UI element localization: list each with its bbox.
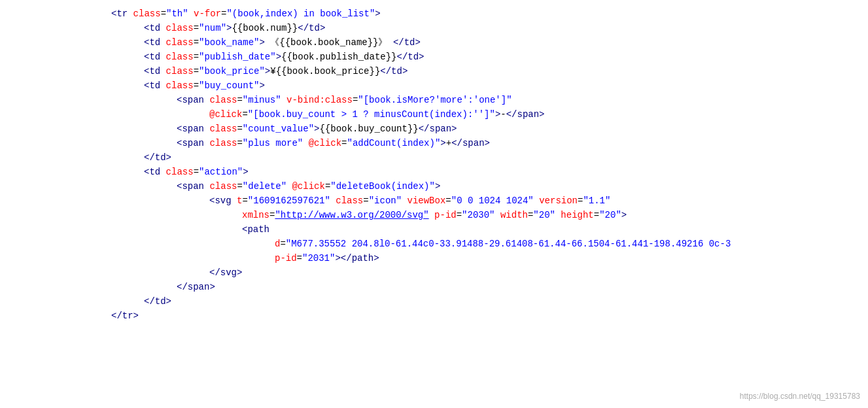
code-token: "(book,index) in book_list" bbox=[226, 8, 375, 19]
code-token: "icon" bbox=[369, 196, 402, 206]
code-token: > bbox=[435, 181, 440, 192]
line-content: </span> bbox=[111, 280, 868, 294]
code-token bbox=[330, 196, 336, 206]
code-token: class bbox=[166, 23, 194, 33]
code-token: > bbox=[375, 8, 380, 19]
code-token: </td> bbox=[380, 66, 408, 76]
code-token: {{book.publish_date}} bbox=[281, 52, 396, 62]
code-token: "action" bbox=[199, 167, 243, 177]
code-token: "http://www.w3.org/2000/svg" bbox=[275, 210, 428, 220]
code-token: </td> bbox=[397, 52, 425, 62]
code-token: = bbox=[457, 210, 462, 220]
code-token: </td> bbox=[393, 37, 421, 48]
code-token: </svg> bbox=[209, 267, 242, 278]
code-token: "publish_date" bbox=[199, 52, 276, 62]
code-token: v-bind:class bbox=[286, 95, 353, 105]
line-content: <span class="count_value">{{book.buy_cou… bbox=[111, 122, 868, 136]
code-token: "plus more" bbox=[243, 138, 303, 148]
code-token: = bbox=[194, 52, 199, 62]
code-token: v-for bbox=[194, 8, 221, 19]
code-token: = bbox=[280, 239, 285, 249]
code-token: class bbox=[209, 124, 237, 134]
code-token bbox=[534, 196, 539, 206]
code-token: class bbox=[166, 167, 194, 177]
code-token: "0 0 1024 1024" bbox=[451, 196, 534, 206]
code-token: viewBox bbox=[408, 196, 446, 206]
code-token: </span> bbox=[451, 138, 490, 148]
code-token: = bbox=[242, 109, 247, 120]
code-token: </td> bbox=[298, 23, 325, 33]
code-token: = bbox=[445, 196, 451, 206]
code-token: class bbox=[209, 138, 237, 148]
line: <span class="delete" @click="deleteBook(… bbox=[0, 179, 868, 194]
code-token: <span bbox=[177, 181, 209, 192]
line: <td class="book_name"> 《{{book.book_name… bbox=[0, 35, 868, 50]
line: xmlns="http://www.w3.org/2000/svg" p-id=… bbox=[0, 208, 868, 222]
code-token: <td bbox=[144, 167, 166, 177]
line-content: <td class="num">{{book.num}}</td> bbox=[111, 21, 868, 35]
code-token: </span> bbox=[506, 109, 545, 120]
code-token: "2030" bbox=[462, 210, 495, 220]
code-token: </tr> bbox=[111, 311, 139, 321]
code-token: = bbox=[194, 66, 199, 76]
code-token: class bbox=[209, 181, 237, 192]
code-token: = bbox=[237, 95, 242, 105]
watermark: https://blog.csdn.net/qq_19315783 bbox=[740, 390, 860, 403]
line-content: <td class="action"> bbox=[111, 165, 868, 179]
code-token: </span> bbox=[419, 124, 457, 134]
code-token: @click bbox=[309, 138, 341, 148]
line-content: </svg> bbox=[111, 265, 868, 280]
code-token: "1609162597621" bbox=[248, 196, 330, 206]
line: <span class="count_value">{{book.buy_cou… bbox=[0, 122, 868, 136]
line: <td class="book_price">¥{{book.book_pric… bbox=[0, 64, 868, 78]
line-content: <span class="minus" v-bind:class="[book.… bbox=[111, 93, 868, 107]
code-token: "[book.isMore?'more':'one']" bbox=[358, 95, 512, 105]
line: p-id="2031"></path> bbox=[0, 251, 868, 265]
code-token: > bbox=[259, 80, 264, 91]
code-token bbox=[188, 8, 194, 19]
line: <span class="plus more" @click="addCount… bbox=[0, 136, 868, 150]
code-token: "buy_count" bbox=[199, 80, 259, 91]
line: @click="[book.buy_count > 1 ? minusCount… bbox=[0, 107, 868, 122]
code-token: <tr bbox=[111, 8, 133, 19]
code-token: = bbox=[363, 196, 368, 206]
code-token: = bbox=[194, 37, 199, 48]
line-content: </td> bbox=[111, 150, 868, 165]
line: </td> bbox=[0, 150, 868, 165]
code-token: > bbox=[259, 37, 264, 48]
line-content: <td class="book_name"> 《{{book.book_name… bbox=[111, 35, 868, 50]
code-token: = bbox=[237, 124, 242, 134]
code-token: {{book.num}} bbox=[232, 23, 298, 33]
code-token: > bbox=[265, 66, 270, 76]
code-token: "delete" bbox=[243, 181, 286, 192]
line-content: @click="[book.buy_count > 1 ? minusCount… bbox=[111, 107, 868, 122]
line: <path bbox=[0, 222, 868, 237]
code-token: version bbox=[539, 196, 578, 206]
code-token: ¥{{book.book_price}} bbox=[270, 66, 380, 76]
code-token: > bbox=[621, 210, 627, 220]
code-token: <span bbox=[177, 124, 209, 134]
code-token: "[book.buy_count > 1 ? minusCount(index)… bbox=[248, 109, 495, 120]
code-token bbox=[281, 95, 286, 105]
code-token: <span bbox=[177, 138, 209, 148]
code-token: "1.1" bbox=[583, 196, 610, 206]
line-content: p-id="2031"></path> bbox=[111, 251, 868, 265]
line: <td class="action"> bbox=[0, 165, 868, 179]
line-content: <svg t="1609162597621" class="icon" view… bbox=[111, 194, 868, 208]
code-token: class bbox=[166, 80, 194, 91]
code-token: <td bbox=[144, 23, 166, 33]
line-content: <tr class="th" v-for="(book,index) in bo… bbox=[111, 7, 868, 21]
code-token: "addCount(index)" bbox=[347, 138, 441, 148]
code-token: {{book.buy_count}} bbox=[319, 124, 418, 134]
code-token: > bbox=[243, 167, 248, 177]
line: <span class="minus" v-bind:class="[book.… bbox=[0, 93, 868, 107]
code-token: <path bbox=[242, 224, 269, 235]
line: </tr> bbox=[0, 309, 868, 323]
code-token: "2031" bbox=[302, 253, 335, 264]
line-content: <td class="book_price">¥{{book.book_pric… bbox=[111, 64, 868, 78]
code-token: > bbox=[276, 52, 281, 62]
code-token: "book_price" bbox=[199, 66, 265, 76]
line-content: d="M677.35552 204.8l0-61.44c0-33.91488-2… bbox=[111, 237, 868, 251]
code-token: = bbox=[237, 138, 242, 148]
line-content: xmlns="http://www.w3.org/2000/svg" p-id=… bbox=[111, 208, 868, 222]
